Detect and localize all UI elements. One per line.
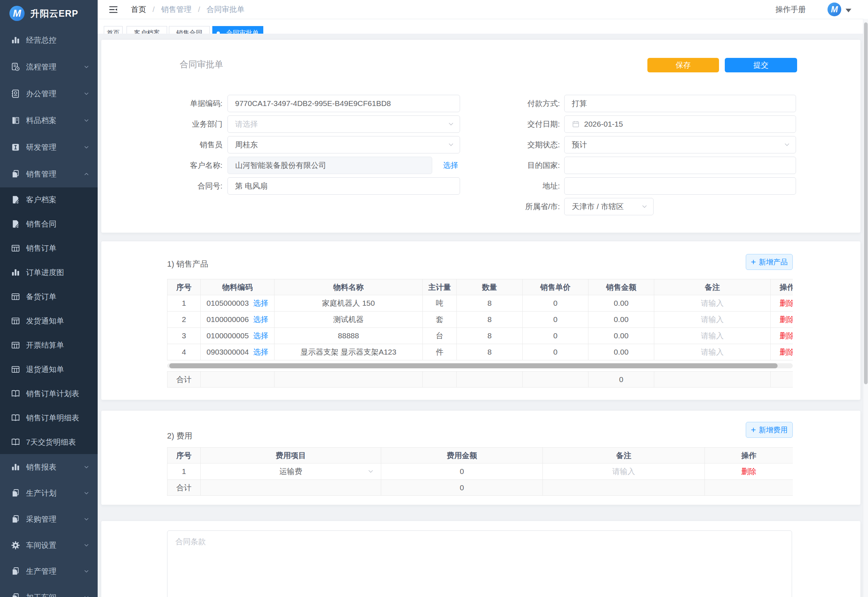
remark-input[interactable]: 请输入: [701, 315, 724, 324]
delete-row-link[interactable]: 删除: [741, 467, 757, 475]
sidebar-item-purchase-mgmt[interactable]: 采购管理: [0, 506, 98, 532]
sidebar-item-7day-delivery-report[interactable]: 7天交货明细表: [0, 430, 98, 454]
sidebar-item-customer-archive[interactable]: 客户档案: [0, 187, 98, 212]
delivery-status-select[interactable]: 预计: [564, 136, 796, 153]
submit-button[interactable]: 提交: [725, 58, 797, 72]
delete-row-link[interactable]: 删除: [780, 331, 793, 340]
tab-sales-contract[interactable]: 销售合同: [169, 26, 210, 34]
horizontal-scrollbar-track: [167, 363, 793, 368]
document-edit-icon: [11, 195, 20, 205]
fee-item-select[interactable]: 运输费: [201, 463, 381, 480]
sidebar-item-label: 发货通知单: [26, 316, 64, 326]
payment-method-input[interactable]: [564, 95, 796, 112]
sidebar-item-shipping-notice[interactable]: 发货通知单: [0, 309, 98, 333]
sidebar-item-material-archive[interactable]: 料品档案: [0, 107, 98, 134]
sidebar-item-sales-contract[interactable]: 销售合同: [0, 212, 98, 236]
sidebar-item-sales-mgmt[interactable]: 销售管理: [0, 160, 98, 187]
sidebar-item-order-progress[interactable]: 订单进度图: [0, 260, 98, 284]
material-select-link[interactable]: 选择: [253, 348, 268, 356]
table-grid-icon: [11, 316, 20, 326]
delete-row-link[interactable]: 删除: [780, 315, 793, 324]
bar-chart-icon: [11, 36, 20, 45]
chevron-down-icon: [447, 141, 455, 149]
sidebar-item-stock-order[interactable]: 备货订单: [0, 284, 98, 309]
sidebar-item-production-plan[interactable]: 生产计划: [0, 480, 98, 506]
vertical-scrollbar-track: [863, 19, 868, 597]
chevron-up-icon: [83, 171, 90, 177]
doc-code-input[interactable]: [228, 95, 460, 112]
sidebar-item-business-overview[interactable]: 经营总控: [0, 27, 98, 53]
customer-select-link[interactable]: 选择: [443, 157, 458, 174]
sidebar-item-label: 客户档案: [26, 195, 56, 205]
remark-input[interactable]: 请输入: [701, 299, 724, 307]
sidebar-item-production-mgmt[interactable]: 生产管理: [0, 558, 98, 584]
terms-panel: [101, 521, 861, 597]
province-city-cascader[interactable]: 天津市 / 市辖区: [564, 198, 653, 215]
menu-fold-icon[interactable]: [108, 5, 118, 15]
user-menu-caret-icon[interactable]: [846, 9, 851, 12]
pages-icon: [11, 169, 20, 179]
material-code: 0903000004: [206, 348, 249, 356]
table-grid-icon: [11, 244, 20, 253]
breadcrumb-sales-mgmt[interactable]: 销售管理: [161, 5, 192, 13]
chevron-down-icon: [83, 594, 90, 597]
remark-input[interactable]: 请输入: [612, 467, 635, 475]
remark-input[interactable]: 请输入: [701, 348, 724, 356]
save-button[interactable]: 保存: [647, 58, 719, 72]
fees-table: 序号 费用项目 费用金额 备注 操作 1 运输费 0 请输入 删除: [167, 447, 793, 496]
user-avatar[interactable]: M: [828, 3, 841, 16]
horizontal-scrollbar-thumb[interactable]: [169, 363, 778, 368]
field-label-province-city: 所属省/市:: [463, 198, 560, 215]
delivery-date-picker[interactable]: 2026-01-15: [564, 116, 796, 133]
col-price: 销售单价: [523, 279, 588, 295]
vertical-scrollbar-thumb[interactable]: [864, 22, 868, 384]
add-fee-button[interactable]: + 新增费用: [746, 422, 793, 438]
manual-link[interactable]: 操作手册: [775, 0, 806, 19]
tab-contract-approval[interactable]: 合同审批单: [212, 26, 263, 34]
sidebar-item-processing-workshop[interactable]: 加工车间: [0, 584, 98, 597]
contract-terms-textarea[interactable]: [167, 530, 792, 597]
sidebar-item-workshop-settings[interactable]: 车间设置: [0, 532, 98, 558]
breadcrumb-home[interactable]: 首页: [131, 5, 146, 13]
material-select-link[interactable]: 选择: [253, 331, 268, 340]
sidebar-item-invoice-settlement[interactable]: 开票结算单: [0, 333, 98, 357]
sidebar-item-process-mgmt[interactable]: 流程管理: [0, 53, 98, 80]
destination-country-input[interactable]: [564, 157, 796, 174]
total-amount: 0: [381, 480, 543, 496]
salesperson-select[interactable]: 周桂东: [228, 136, 460, 153]
sidebar-item-sales-report[interactable]: 销售报表: [0, 454, 98, 480]
contract-no-input[interactable]: [228, 177, 460, 195]
delete-row-link[interactable]: 删除: [780, 348, 793, 356]
products-total-row: 合计 0: [167, 371, 793, 388]
business-dept-select[interactable]: 请选择: [228, 116, 460, 133]
material-code: 0100000006: [206, 315, 249, 324]
chevron-down-icon: [641, 203, 648, 210]
sales-submenu: 客户档案 销售合同 销售订单 订单进度图 备货订单 发货通知单 开票结算单 退: [0, 187, 98, 454]
select-value: 周桂东: [235, 140, 258, 150]
sidebar-item-order-detail-report[interactable]: 销售订单明细表: [0, 405, 98, 430]
col-material-name: 物料名称: [274, 279, 423, 295]
sidebar-item-order-plan-report[interactable]: 销售订单计划表: [0, 382, 98, 405]
add-product-label: 新增产品: [759, 257, 788, 267]
products-table: 序号 物料编码 物料名称 主计量 数量 销售单价 销售金额 备注 操作 1 01…: [167, 279, 793, 360]
chevron-down-icon: [83, 516, 90, 523]
sidebar-item-label: 生产管理: [26, 566, 56, 576]
add-product-button[interactable]: + 新增产品: [746, 254, 793, 270]
app-logo[interactable]: M 升阳云ERP: [0, 0, 98, 27]
sidebar: M 升阳云ERP 经营总控 流程管理 办公管理 料品档案 研发管理 销售管理 客…: [0, 0, 98, 597]
sidebar-item-rnd-mgmt[interactable]: 研发管理: [0, 134, 98, 160]
address-input[interactable]: [564, 177, 796, 195]
material-select-link[interactable]: 选择: [253, 315, 268, 324]
sidebar-item-office-mgmt[interactable]: 办公管理: [0, 80, 98, 107]
notebook-icon: [11, 89, 20, 98]
sidebar-item-sales-order[interactable]: 销售订单: [0, 236, 98, 260]
sidebar-item-return-notice[interactable]: 退货通知单: [0, 357, 98, 382]
delete-row-link[interactable]: 删除: [780, 299, 793, 307]
remark-input[interactable]: 请输入: [701, 331, 724, 340]
sidebar-item-label: 销售报表: [26, 462, 56, 472]
tab-customer-archive[interactable]: 客户档案: [127, 26, 167, 34]
sidebar-item-label: 车间设置: [26, 540, 56, 550]
material-select-link[interactable]: 选择: [253, 299, 268, 307]
tab-home[interactable]: 首页: [104, 26, 123, 34]
document-edit-icon: [11, 219, 20, 229]
